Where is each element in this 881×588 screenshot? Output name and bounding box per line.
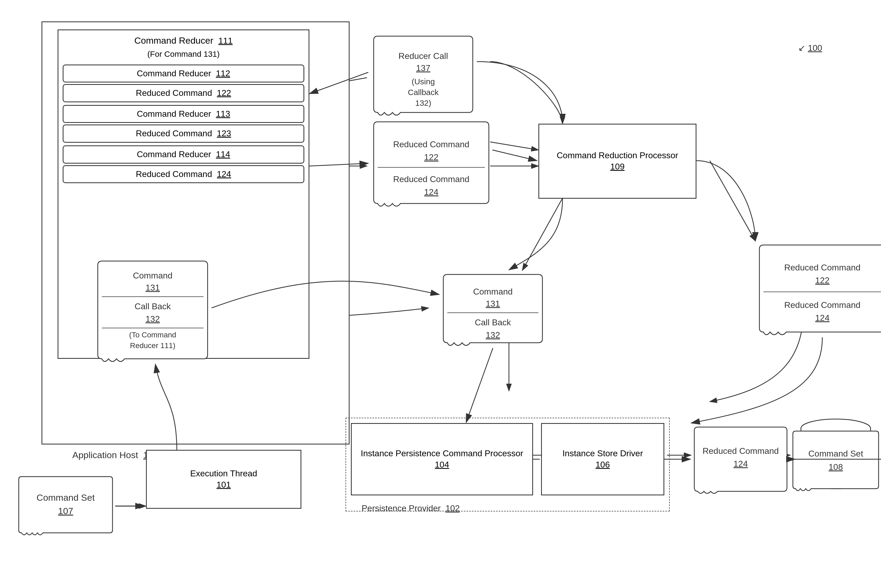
svg-text:107: 107 xyxy=(58,506,74,516)
ref-100: ↙ 100 xyxy=(798,43,822,53)
svg-text:108: 108 xyxy=(828,462,843,472)
svg-line-8 xyxy=(522,198,563,270)
svg-text:Reducer 111): Reducer 111) xyxy=(130,341,176,350)
svg-line-60 xyxy=(466,348,493,423)
command-reduction-processor-109: Command Reduction Processor 109 xyxy=(539,124,696,199)
svg-line-7 xyxy=(710,160,755,241)
svg-text:Reduced Command: Reduced Command xyxy=(393,174,470,184)
svg-text:Reduced Command: Reduced Command xyxy=(393,140,470,149)
command-set-108: Command Set 108 xyxy=(790,428,881,493)
svg-text:124: 124 xyxy=(733,459,747,469)
svg-text:132): 132) xyxy=(415,99,431,107)
svg-text:124: 124 xyxy=(424,187,438,197)
persistence-provider-outline xyxy=(345,418,669,512)
svg-text:Call Back: Call Back xyxy=(475,318,511,327)
svg-line-4 xyxy=(490,142,539,150)
svg-text:Reduced Command: Reduced Command xyxy=(784,300,861,310)
svg-text:Reduced Command: Reduced Command xyxy=(784,262,861,272)
command-131-callback-132-mid: Command 131 Call Back 132 xyxy=(439,270,546,348)
reduced-command-124-bottom: Reduced Command 124 xyxy=(691,423,790,495)
command-131-callback-132-left: Command 131 Call Back 132 (To Command Re… xyxy=(94,257,212,364)
svg-text:122: 122 xyxy=(815,276,829,285)
svg-text:122: 122 xyxy=(424,152,438,162)
application-host-label: Application Host 161 xyxy=(72,450,158,460)
svg-text:Command: Command xyxy=(133,271,173,280)
svg-text:Command: Command xyxy=(473,287,513,296)
svg-text:137: 137 xyxy=(416,63,430,73)
svg-text:131: 131 xyxy=(486,299,500,309)
svg-text:(To Command: (To Command xyxy=(129,331,176,339)
svg-text:Call Back: Call Back xyxy=(135,302,171,311)
svg-text:124: 124 xyxy=(815,313,829,322)
reducer-call-137: Reducer Call 137 (Using Callback 132) xyxy=(370,32,477,118)
reduced-command-122-124-mid: Reduced Command 122 Reduced Command 124 xyxy=(370,118,493,209)
svg-text:Reducer Call: Reducer Call xyxy=(399,51,448,61)
svg-text:132: 132 xyxy=(486,330,500,340)
command-set-107: Command Set 107 xyxy=(16,474,115,536)
svg-text:Command Set: Command Set xyxy=(808,449,863,458)
diagram-container: ↙ 100 Application Host 161 Command Reduc… xyxy=(0,0,881,588)
svg-text:Reduced Command: Reduced Command xyxy=(702,446,779,456)
svg-line-59 xyxy=(492,150,537,160)
execution-thread-101: Execution Thread 101 xyxy=(146,450,301,509)
svg-text:132: 132 xyxy=(146,314,160,324)
reduced-command-122-124-right: Reduced Command 122 Reduced Command 124 xyxy=(755,241,881,338)
svg-text:131: 131 xyxy=(146,283,160,292)
svg-text:Command Set: Command Set xyxy=(36,492,95,502)
svg-text:Callback: Callback xyxy=(408,88,439,97)
svg-text:(Using: (Using xyxy=(412,77,435,86)
